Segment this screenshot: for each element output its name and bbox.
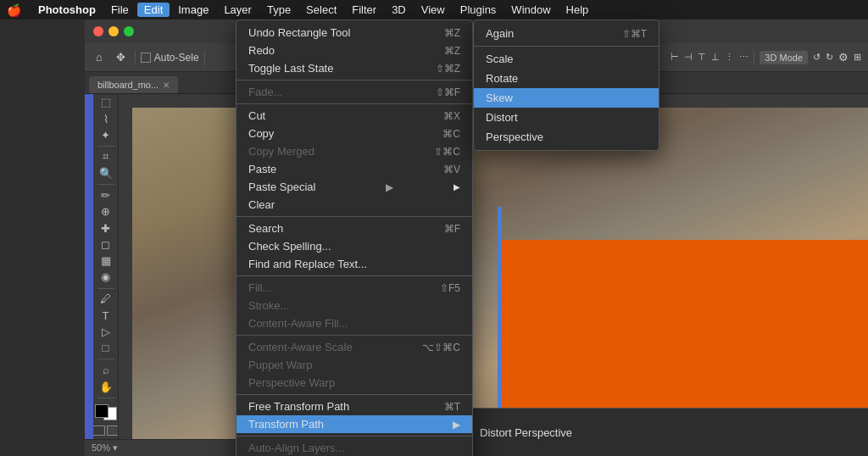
menubar-item-edit[interactable]: Edit [137,3,170,17]
menu-search[interactable]: Search ⌘F [236,220,472,237]
tab-close-icon[interactable]: ✕ [163,81,170,90]
tab-billboard[interactable]: billboard_mo... ✕ [89,76,178,93]
tool-lasso[interactable]: ⌇ [96,112,116,126]
menubar-item-plugins[interactable]: Plugins [453,3,504,17]
menubar-item-filter[interactable]: Filter [345,3,383,17]
menu-toggle-last-state[interactable]: Toggle Last State ⇧⌘Z [236,59,472,77]
menu-divider-2 [236,103,472,104]
toolbar-align-center-h[interactable]: ⊣ [684,52,693,63]
menubar-item-layer[interactable]: Layer [217,3,259,17]
ruler-left [119,94,132,439]
menu-label: Find and Replace Text... [248,258,367,270]
tool-crop[interactable]: ⌗ [96,150,116,164]
menu-shortcut: ⇧⌘F [436,86,460,98]
menu-content-aware-fill: Content-Aware Fill... [236,314,472,332]
canvas-selection-border [498,207,502,439]
toolbar-align-mid-v[interactable]: ⊥ [711,52,720,63]
menu-transform-path[interactable]: Transform Path ▶ [236,415,472,433]
submenu-skew[interactable]: Skew [474,88,659,108]
toolbar-arrange-icon[interactable]: ⊞ [854,52,861,63]
toolbar-sep-3 [754,50,754,65]
toolbar-align-left[interactable]: ⊢ [670,52,679,63]
toolbar-distribute-h[interactable]: ⋯ [739,52,748,63]
menubar-items: Photoshop File Edit Image Layer Type Sel… [31,3,595,17]
submenu-label: Rotate [486,72,518,85]
menubar-item-help[interactable]: Help [559,3,596,17]
auto-select-checkbox[interactable] [141,53,151,63]
menu-divider-6 [236,394,472,395]
menubar-item-3d[interactable]: 3D [385,3,413,17]
submenu-perspective[interactable]: Perspective [474,127,659,147]
toolbar-home-icon[interactable]: ⌂ [92,48,107,66]
tool-gradient[interactable]: ▦ [96,253,116,268]
menubar-item-type[interactable]: Type [260,3,298,17]
toolbar-distribute-v[interactable]: ⋮ [725,52,734,63]
menubar-item-file[interactable]: File [104,3,136,17]
submenu-rotate[interactable]: Rotate [474,69,659,88]
menu-shortcut: ⌥⇧⌘C [422,342,460,353]
tool-brush[interactable]: ✏ [96,188,116,203]
menu-paste[interactable]: Paste ⌘V [236,160,472,178]
submenu-scale[interactable]: Scale [474,49,659,69]
menu-clear[interactable]: Clear [236,196,472,214]
color-swatches [95,404,117,420]
traffic-light-red[interactable] [93,26,103,36]
menu-copy[interactable]: Copy ⌘C [236,125,472,142]
transform-submenu: Again ⇧⌘T Scale Rotate Skew Distort Pers… [473,19,659,151]
menu-paste-special[interactable]: Paste Special ▶ [236,178,472,196]
menubar-item-select[interactable]: Select [299,3,343,17]
menu-shortcut: ⇧⌘Z [436,63,460,75]
menu-free-transform[interactable]: Free Transform Path ⌘T [236,398,472,415]
traffic-light-green[interactable] [124,26,134,36]
menubar-item-photoshop[interactable]: Photoshop [31,3,103,17]
menu-label: Paste [248,163,276,175]
menu-redo[interactable]: Redo ⌘Z [236,42,472,59]
tool-path[interactable]: ▷ [96,325,116,339]
tool-wand[interactable]: ✦ [96,128,116,142]
menu-puppet-warp: Puppet Warp [236,356,472,374]
tool-pen[interactable]: 🖊 [96,292,116,306]
status-text: 50% ▾ [92,442,118,453]
toolbar-align-top[interactable]: ⊤ [698,52,706,63]
quick-mask[interactable] [93,425,105,436]
tool-eyedropper[interactable]: 🔍 [96,166,116,181]
traffic-light-yellow[interactable] [108,26,119,36]
foreground-color[interactable] [95,404,108,418]
menu-shortcut: ⇧F5 [440,282,460,294]
menu-label: Transform Path [248,418,324,431]
tool-marquee[interactable]: ⬚ [96,95,116,109]
menu-check-spelling[interactable]: Check Spelling... [236,237,472,255]
menu-shortcut: ⌘Z [444,27,460,39]
tool-heal[interactable]: ✚ [96,221,116,236]
menubar-item-view[interactable]: View [415,3,452,17]
submenu-distort[interactable]: Distort [474,108,659,127]
toolbar-sep-2 [204,50,205,65]
tools-panel: ✥ ⬚ ⌇ ✦ ⌗ 🔍 ✏ ⊕ ✚ ◻ ▦ ◉ 🖊 T ▷ □ ⌕ ✋ [93,75,119,439]
menu-shortcut: ⌘F [444,223,460,235]
screen-mode[interactable] [107,425,120,436]
toolbar-undo-icon[interactable]: ↺ [813,52,821,63]
tool-zoom[interactable]: ⌕ [96,363,116,377]
menubar-item-window[interactable]: Window [504,3,557,17]
menu-undo-rectangle[interactable]: Undo Rectangle Tool ⌘Z [236,24,472,42]
menubar-item-image[interactable]: Image [171,3,215,17]
tool-hand[interactable]: ✋ [96,379,116,393]
menu-label: Redo [248,44,275,57]
menu-label: Clear [248,198,275,211]
menu-auto-align: Auto-Align Layers... [236,439,472,456]
toolbar-settings-icon[interactable]: ⚙ [838,51,849,64]
tool-divider-3 [97,288,114,289]
apple-icon[interactable]: 🍎 [7,3,21,17]
tool-stamp[interactable]: ⊕ [96,204,116,219]
tool-dodge[interactable]: ◉ [96,270,116,284]
toolbar-redo-icon[interactable]: ↻ [826,52,833,63]
toolbar-move-icon[interactable]: ✥ [112,48,130,66]
tool-text[interactable]: T [96,309,116,323]
toolbar-3dmode[interactable]: 3D Mode [760,51,808,64]
submenu-again[interactable]: Again ⇧⌘T [474,24,659,43]
menu-cut[interactable]: Cut ⌘X [236,107,472,125]
menu-fade: Fade... ⇧⌘F [236,83,472,101]
tool-shape[interactable]: □ [96,341,116,355]
tool-eraser[interactable]: ◻ [96,237,116,252]
menu-find-replace[interactable]: Find and Replace Text... [236,255,472,273]
